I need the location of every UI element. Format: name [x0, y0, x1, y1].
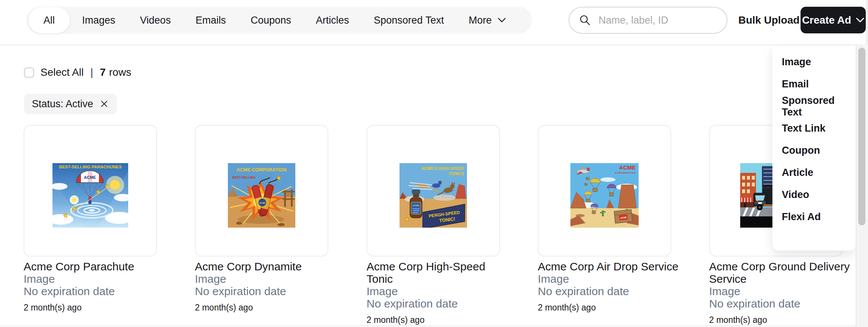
ad-card-dynamite: ACME ACME CORPORATION BEST-SELLING Acme …	[195, 125, 341, 313]
ad-card-info: Acme Corp Ground Delivery Service Image …	[709, 260, 855, 325]
menu-item-article[interactable]: Article	[772, 162, 856, 184]
ad-title: Acme Corp High-Speed Tonic	[367, 260, 513, 285]
tonic-headline-line1: ACME'S HIGH-SPEED	[421, 166, 464, 171]
ad-expiration: No expiration date	[367, 297, 513, 310]
tab-coupons[interactable]: Coupons	[238, 7, 304, 34]
chevron-down-icon	[856, 18, 864, 23]
parachute-ad-image: ACME BEST-SELLING PARACHUNES	[52, 163, 128, 228]
dynamite-subhead-text: BEST-SELLING	[232, 176, 256, 179]
acme-box: ACME	[614, 210, 632, 224]
menu-item-coupon[interactable]: Coupon	[772, 140, 856, 162]
search-icon	[579, 14, 591, 26]
airdrop-brand-text: ACME	[619, 164, 636, 171]
ad-card-info: Acme Corp Parachute Image No expiration …	[24, 260, 170, 313]
tab-images[interactable]: Images	[70, 7, 128, 34]
menu-item-image[interactable]: Image	[772, 51, 856, 73]
parachute-brand-text: ACME	[84, 175, 96, 180]
ad-title: Acme Corp Ground Delivery Service	[709, 260, 855, 285]
filter-chip-label: Status: Active	[32, 98, 93, 110]
ad-type: Image	[709, 285, 855, 297]
ad-card-thumbnail-frame[interactable]: ACME ACME CORPORATION	[538, 125, 671, 256]
window-scrollbar-strip	[866, 0, 868, 45]
ad-type: Image	[538, 273, 684, 285]
ad-card-info: Acme Corp Air Drop Service Image No expi…	[538, 260, 684, 313]
airdrop-brand2-text: CORPORATION	[615, 172, 636, 174]
ad-age: 2 month(s) ago	[709, 315, 855, 325]
vertical-scrollbar-track[interactable]	[856, 46, 868, 327]
create-ad-label: Create Ad	[802, 14, 851, 26]
ad-card-thumbnail-frame[interactable]: ACME BEST-SELLING PARACHUNES	[24, 125, 157, 256]
ad-type: Image	[195, 273, 341, 285]
tab-videos[interactable]: Videos	[128, 7, 183, 34]
select-all-row: Select All | 7 rows	[24, 66, 131, 78]
create-ad-button[interactable]: Create Ad	[801, 7, 866, 33]
search-input[interactable]	[598, 14, 712, 27]
rows-label: rows	[109, 66, 131, 78]
airdrop-ad-image: ACME ACME CORPORATION	[570, 163, 639, 228]
ad-card-info: Acme Corp High-Speed Tonic Image No expi…	[367, 260, 513, 325]
ad-age: 2 month(s) ago	[367, 315, 513, 325]
menu-item-email[interactable]: Email	[772, 73, 856, 95]
vertical-scrollbar-thumb[interactable]	[858, 48, 865, 225]
ad-card-info: Acme Corp Dynamite Image No expiration d…	[195, 260, 341, 313]
dynamite-ad-image: ACME ACME CORPORATION BEST-SELLING	[228, 163, 295, 228]
ad-type: Image	[24, 273, 170, 285]
menu-item-text-link[interactable]: Text Link	[772, 117, 856, 140]
ad-type: Image	[367, 285, 513, 297]
tab-all[interactable]: All	[28, 7, 70, 33]
chevron-down-icon	[498, 18, 506, 23]
bulk-upload-button[interactable]: Bulk Upload	[738, 0, 799, 40]
ad-card-thumbnail-frame[interactable]: ACME ACME CORPORATION BEST-SELLING	[195, 125, 328, 256]
tab-sponsored-text[interactable]: Sponsored Text	[361, 7, 456, 34]
menu-item-sponsored-text[interactable]: Sponsored Text	[772, 95, 856, 117]
ad-card-airdrop: ACME ACME CORPORATION Acme Corp Air Drop…	[538, 125, 684, 313]
bottom-divider	[0, 326, 868, 326]
ad-expiration: No expiration date	[709, 297, 855, 310]
close-icon[interactable]	[100, 99, 109, 108]
ad-expiration: No expiration date	[538, 285, 684, 297]
ad-card-parachute: ACME BEST-SELLING PARACHUNES Acme Corp P…	[24, 125, 170, 313]
filter-chip-status-active[interactable]: Status: Active	[24, 94, 117, 114]
divider: |	[90, 66, 93, 78]
ad-age: 2 month(s) ago	[538, 303, 684, 313]
ad-title: Acme Corp Air Drop Service	[538, 260, 684, 273]
ad-age: 2 month(s) ago	[24, 303, 170, 313]
type-filter-tabs: All Images Videos Emails Coupons Article…	[27, 7, 532, 34]
ad-card-thumbnail-frame[interactable]: ACME PERGH-SPEED TONIC! ACME'S HIGH-SPEE…	[367, 125, 500, 256]
dynamite-headline-text: ACME CORPORATION	[236, 167, 286, 172]
search-box	[569, 7, 727, 34]
ad-card-tonic: ACME PERGH-SPEED TONIC! ACME'S HIGH-SPEE…	[367, 125, 513, 325]
select-all-checkbox[interactable]	[24, 68, 34, 78]
tonic-ad-image: ACME PERGH-SPEED TONIC! ACME'S HIGH-SPEE…	[400, 163, 467, 228]
tab-articles[interactable]: Articles	[304, 7, 362, 34]
ad-title: Acme Corp Parachute	[24, 260, 170, 273]
ad-title: Acme Corp Dynamite	[195, 260, 341, 273]
header: All Images Videos Emails Coupons Article…	[0, 0, 868, 45]
menu-item-flexi-ad[interactable]: Flexi Ad	[772, 206, 856, 228]
tonic-bottle-brand-text: ACME	[413, 204, 419, 207]
dynamite-brand-text: ACME	[259, 202, 266, 204]
ad-expiration: No expiration date	[24, 285, 170, 297]
tonic-headline-line2: TONICS	[449, 171, 464, 176]
create-ad-dropdown-menu: Image Email Sponsored Text Text Link Cou…	[772, 46, 856, 250]
tab-more[interactable]: More	[456, 7, 518, 34]
select-all-label: Select All	[40, 66, 84, 78]
row-count: 7	[100, 66, 106, 78]
menu-item-video[interactable]: Video	[772, 184, 856, 206]
ad-expiration: No expiration date	[195, 285, 341, 297]
tab-emails[interactable]: Emails	[183, 7, 238, 34]
parachute-headline-text: BEST-SELLING PARACHUNES	[59, 165, 122, 169]
ad-age: 2 month(s) ago	[195, 303, 341, 313]
tab-more-label: More	[468, 15, 492, 26]
